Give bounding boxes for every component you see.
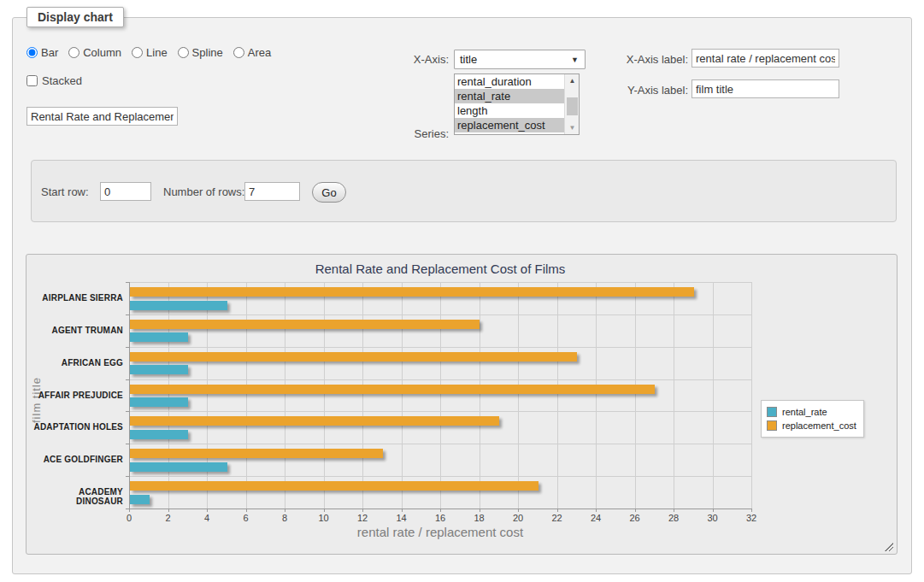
series-options-container: rental_durationrental_ratelengthreplacem… [455,74,579,132]
gridline-horizontal [129,444,751,444]
display-chart-fieldset: Display chart Bar Column Line Spline Are… [12,17,912,574]
gridline-vertical [635,282,636,509]
x-tick-label: 14 [389,513,415,523]
gridline-vertical [440,282,441,509]
radio-spline[interactable] [178,47,189,58]
gridline-vertical [751,282,752,509]
x-axis-selected-value: title [460,53,477,66]
num-rows-caption: Number of rows: [163,185,244,198]
radio-area[interactable] [233,47,244,58]
x-tick-label: 10 [311,513,337,523]
x-axis-label-input[interactable] [692,49,839,68]
chart-panel: Rental Rate and Replacement Cost of Film… [26,254,898,555]
x-tick-label: 0 [116,513,142,523]
gridline-vertical [402,282,403,509]
radio-column-label[interactable]: Column [83,46,121,59]
stacked-checkbox-row: Stacked [26,74,82,87]
plot-area: 02468101214161820222426283032AIRPLANE SI… [129,282,751,509]
gridline-horizontal [129,379,751,380]
gridline-vertical [557,282,558,509]
legend-item-rental_rate: rental_rate [767,405,856,419]
gridline-vertical [362,282,363,509]
gridline-vertical [324,282,325,509]
resize-grip-icon[interactable] [885,543,893,551]
x-tick-label: 8 [272,513,297,523]
bar-rental_rate [130,365,188,374]
radio-column[interactable] [68,47,79,58]
y-axis-line [129,282,130,509]
gridline-horizontal [129,347,751,348]
category-label: AFFAIR PREJUDICE [33,391,123,400]
series-caption: Series: [380,127,449,140]
x-tick-label: 32 [739,513,764,523]
gridline-vertical [207,282,208,509]
category-label: AGENT TRUMAN [33,326,123,335]
x-tick-label: 4 [194,513,220,523]
category-label: AFRICAN EGG [33,358,123,367]
gridline-vertical [168,282,169,509]
chart-x-axis-title: rental rate / replacement cost [129,525,751,539]
scroll-up-icon[interactable]: ▲ [565,74,580,87]
radio-bar[interactable] [26,47,38,58]
chart-type-radio-group: Bar Column Line Spline Area [26,46,278,59]
bar-replacement_cost [130,320,480,329]
x-axis-select[interactable]: title ▼ [454,50,586,69]
gridline-vertical [246,282,247,509]
radio-bar-label[interactable]: Bar [41,46,58,59]
gridline-horizontal [129,282,751,283]
x-tick-label: 16 [427,513,453,523]
radio-line[interactable] [132,47,143,58]
chart-title-input[interactable] [26,107,178,126]
radio-area-label[interactable]: Area [248,46,271,59]
gridline-vertical [285,282,285,509]
gridline-horizontal [129,411,751,412]
stacked-checkbox[interactable] [26,75,38,86]
series-multiselect[interactable]: rental_durationrental_ratelengthreplacem… [454,73,580,135]
series-option-replacement_cost[interactable]: replacement_cost [455,118,579,132]
go-button[interactable]: Go [312,182,346,203]
bar-replacement_cost [130,449,383,458]
bar-rental_rate [130,430,188,439]
radio-line-label[interactable]: Line [146,46,168,59]
x-tick-label: 18 [467,513,492,523]
bar-replacement_cost [130,287,694,297]
category-label: ACADEMY DINOSAUR [33,487,123,506]
legend-swatch-rental_rate [767,407,777,417]
bar-replacement_cost [130,416,499,426]
gridline-horizontal [129,315,751,315]
legend-swatch-replacement_cost [767,420,777,431]
bar-replacement_cost [130,385,655,394]
num-rows-input[interactable] [244,182,300,201]
gridline-horizontal [129,476,751,477]
x-tick-label: 30 [700,513,726,523]
scrollbar-thumb[interactable] [567,97,578,115]
scroll-down-icon[interactable]: ▼ [565,121,580,134]
series-list-scrollbar[interactable]: ▲ ▼ [564,74,579,134]
bar-rental_rate [130,397,188,407]
radio-spline-label[interactable]: Spline [192,46,223,59]
bar-replacement_cost [130,352,577,362]
bar-rental_rate [130,332,188,342]
fieldset-legend: Display chart [26,7,124,27]
category-label: AIRPLANE SIERRA [33,293,123,303]
chevron-down-icon: ▼ [571,56,579,64]
stacked-label[interactable]: Stacked [42,74,82,87]
x-tick-label: 22 [544,513,570,523]
gridline-vertical [674,282,674,509]
legend-label: replacement_cost [782,420,856,431]
category-label: ACE GOLDFINGER [33,455,123,464]
x-axis-caption: X-Axis: [380,53,449,66]
bar-rental_rate [130,301,227,310]
x-tick-label: 20 [505,513,531,523]
x-tick-label: 12 [350,513,375,523]
series-option-rental_duration[interactable]: rental_duration [455,74,579,89]
x-tick-label: 2 [156,513,181,523]
series-option-length[interactable]: length [455,103,579,118]
start-row-input[interactable] [100,182,151,201]
series-option-rental_rate[interactable]: rental_rate [455,89,579,103]
x-axis-label-caption: X-Axis label: [611,53,688,66]
chart-title: Rental Rate and Replacement Cost of Film… [129,262,751,276]
category-label: ADAPTATION HOLES [33,422,123,432]
y-axis-label-input[interactable] [692,79,839,98]
gridline-vertical [713,282,714,509]
